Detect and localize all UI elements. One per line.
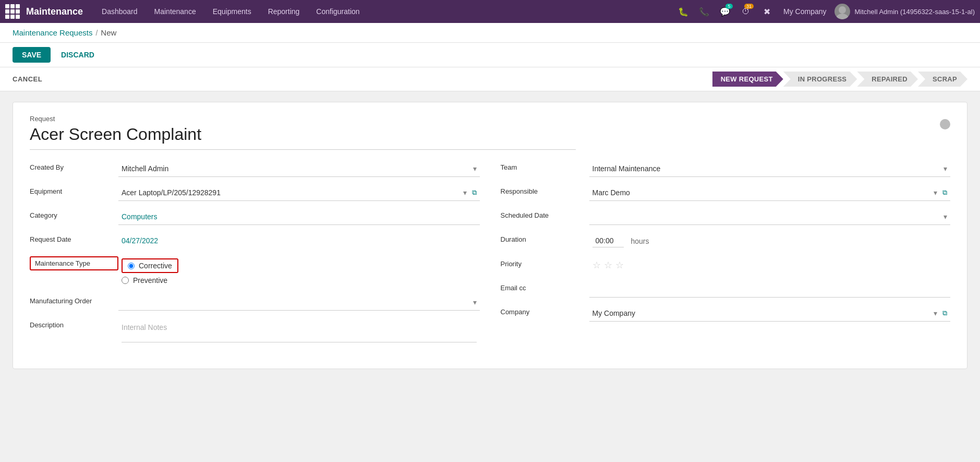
user-name: Mitchell Admin (14956322-saas-15-1-al) (854, 8, 975, 16)
phone-icon[interactable]: 📞 (696, 3, 712, 20)
brand-name: Maintenance (26, 6, 83, 17)
equipment-external-link-icon[interactable]: ⧉ (472, 188, 477, 197)
created-by-label: Created By (30, 160, 118, 171)
duration-value: 00:00 hours (589, 232, 951, 250)
stage-in-progress[interactable]: IN PROGRESS (783, 72, 857, 87)
timer-icon[interactable]: ⏱ 31 (737, 3, 754, 20)
maintenance-type-label: Maintenance Type (30, 256, 118, 270)
form-section-label: Request (30, 115, 940, 123)
stage-pipeline: NEW REQUEST IN PROGRESS REPAIRED SCRAP (712, 72, 967, 87)
duration-label: Duration (501, 232, 589, 243)
status-circle (940, 119, 950, 129)
status-bar: CANCEL NEW REQUEST IN PROGRESS REPAIRED … (0, 67, 980, 91)
breadcrumb-parent[interactable]: Maintenance Requests (13, 28, 92, 37)
nav-dashboard[interactable]: Dashboard (94, 0, 145, 23)
scheduled-date-label: Scheduled Date (501, 208, 589, 219)
tool-icon[interactable]: ✖ (758, 3, 775, 20)
team-value[interactable]: Internal Maintenance ▾ (589, 160, 951, 177)
nav-configuration[interactable]: Configuration (309, 0, 367, 23)
avatar[interactable] (834, 4, 850, 19)
priority-star-1[interactable]: ☆ (592, 259, 601, 271)
corrective-option-box[interactable]: Corrective (122, 258, 178, 273)
topnav-right: 🐛 📞 💬 5 ⏱ 31 ✖ My Company Mitchell Admin… (675, 3, 975, 20)
field-request-date: Request Date 04/27/2022 (30, 232, 480, 249)
created-by-value[interactable]: Mitchell Admin ▾ (118, 160, 480, 177)
stage-repaired[interactable]: REPAIRED (857, 72, 918, 87)
company-external-link-icon[interactable]: ⧉ (942, 309, 947, 317)
equipment-label: Equipment (30, 184, 118, 195)
description-placeholder[interactable]: Internal Notes (122, 320, 477, 342)
stage-scrap[interactable]: SCRAP (918, 72, 967, 87)
duration-input[interactable]: 00:00 (592, 234, 624, 247)
corrective-radio[interactable] (128, 263, 135, 269)
request-date-value[interactable]: 04/27/2022 (118, 232, 480, 249)
responsible-dropdown-icon[interactable]: ▾ (934, 188, 937, 197)
cancel-button[interactable]: CANCEL (13, 75, 42, 83)
company-label: Company (501, 305, 589, 316)
responsible-label: Responsible (501, 184, 589, 195)
scheduled-date-value[interactable]: ▾ (589, 208, 951, 225)
preventive-option[interactable]: Preventive (122, 276, 167, 285)
nav-maintenance[interactable]: Maintenance (147, 0, 203, 23)
priority-star-3[interactable]: ☆ (615, 259, 624, 271)
preventive-radio[interactable] (122, 277, 129, 284)
preventive-label: Preventive (133, 276, 167, 285)
category-label: Category (30, 208, 118, 219)
equipment-dropdown-icon[interactable]: ▾ (463, 188, 467, 197)
form-body: Created By Mitchell Admin ▾ Equipment Ac… (30, 160, 950, 352)
main-content: Request Acer Screen Complaint Created By… (0, 91, 980, 462)
field-company: Company My Company ▾ ⧉ (501, 305, 951, 322)
scheduled-date-dropdown-icon[interactable]: ▾ (943, 212, 947, 221)
chat-badge: 5 (725, 4, 733, 9)
equipment-value[interactable]: Acer Laptop/LP/205/12928291 ▾ ⧉ (118, 184, 480, 201)
field-priority: Priority ☆ ☆ ☆ (501, 257, 951, 274)
duration-unit: hours (631, 237, 649, 245)
topnav: Maintenance Dashboard Maintenance Equipm… (0, 0, 980, 23)
field-equipment: Equipment Acer Laptop/LP/205/12928291 ▾ … (30, 184, 480, 201)
field-category: Category Computers (30, 208, 480, 225)
breadcrumb-separator: / (95, 29, 98, 37)
breadcrumb-current: New (101, 28, 116, 37)
discard-button[interactable]: DISCARD (56, 47, 100, 63)
field-team: Team Internal Maintenance ▾ (501, 160, 951, 177)
request-date-label: Request Date (30, 232, 118, 243)
team-dropdown-icon[interactable]: ▾ (943, 164, 947, 173)
svg-point-1 (836, 14, 849, 19)
mfg-order-dropdown-icon[interactable]: ▾ (473, 298, 477, 306)
maintenance-type-options: Corrective Preventive (118, 256, 480, 287)
responsible-external-link-icon[interactable]: ⧉ (942, 188, 947, 197)
corrective-label: Corrective (139, 262, 172, 270)
company-dropdown-icon[interactable]: ▾ (934, 309, 937, 317)
company-name: My Company (783, 7, 826, 16)
timer-badge: 31 (744, 4, 754, 9)
mfg-order-label: Manufacturing Order (30, 294, 118, 305)
created-by-dropdown-icon[interactable]: ▾ (473, 164, 477, 173)
field-responsible: Responsible Marc Demo ▾ ⧉ (501, 184, 951, 201)
company-value[interactable]: My Company ▾ ⧉ (589, 305, 951, 322)
field-email-cc: Email cc (501, 281, 951, 298)
save-button[interactable]: SAVE (13, 47, 51, 63)
description-label: Description (30, 318, 118, 329)
nav-reporting[interactable]: Reporting (261, 0, 307, 23)
bug-icon[interactable]: 🐛 (675, 3, 692, 20)
category-value[interactable]: Computers (118, 208, 480, 225)
nav-equipments[interactable]: Equipments (205, 0, 259, 23)
field-mfg-order: Manufacturing Order ▾ (30, 294, 480, 311)
field-maintenance-type: Maintenance Type Corrective Preventive (30, 256, 480, 287)
responsible-value[interactable]: Marc Demo ▾ ⧉ (589, 184, 951, 201)
form-card: Request Acer Screen Complaint Created By… (13, 102, 967, 369)
email-cc-value[interactable] (589, 281, 951, 298)
action-bar: SAVE DISCARD (0, 43, 980, 67)
form-left-col: Created By Mitchell Admin ▾ Equipment Ac… (30, 160, 480, 352)
priority-star-2[interactable]: ☆ (604, 259, 612, 271)
field-created-by: Created By Mitchell Admin ▾ (30, 160, 480, 177)
priority-stars: ☆ ☆ ☆ (589, 257, 951, 274)
app-grid-icon[interactable] (5, 4, 20, 19)
email-cc-label: Email cc (501, 281, 589, 292)
svg-point-0 (839, 6, 846, 14)
form-title[interactable]: Acer Screen Complaint (30, 125, 576, 150)
description-value: Internal Notes (118, 318, 480, 345)
chat-icon[interactable]: 💬 5 (717, 3, 733, 20)
stage-new-request[interactable]: NEW REQUEST (712, 72, 783, 87)
mfg-order-value[interactable]: ▾ (118, 294, 480, 311)
